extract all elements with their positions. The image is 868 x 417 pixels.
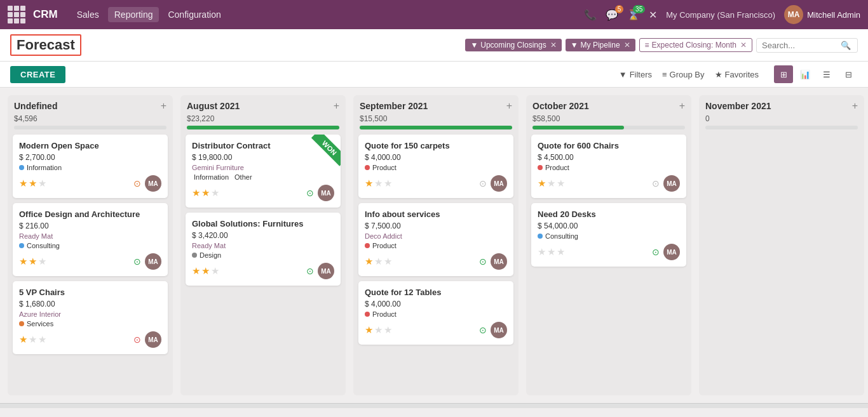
card-right: ⊙ MA: [306, 263, 334, 279]
clock-icon: ⊙: [479, 325, 487, 335]
col-amount: $58,500: [526, 114, 691, 126]
clock-icon: ⊙: [306, 188, 314, 198]
card-tag: Services: [19, 320, 161, 328]
tag-dot: [365, 312, 370, 317]
filter-chip-closing[interactable]: ≡ Expected Closing: Month ✕: [639, 38, 752, 52]
star-1: ★: [201, 265, 210, 277]
kanban-card[interactable]: Quote for 12 Tables $ 4,000.00 Product ★…: [358, 281, 513, 345]
kanban-area: Undefined + $4,596 Modern Open Space $ 2…: [0, 88, 868, 403]
kanban-col-4: November 2021 + 0: [699, 95, 864, 395]
search-box[interactable]: 🔍: [756, 38, 858, 53]
card-stars[interactable]: ★★★: [538, 246, 565, 258]
kanban-card[interactable]: Quote for 150 carpets $ 4,000.00 Product…: [358, 135, 513, 198]
card-stars[interactable]: ★★★: [365, 256, 392, 267]
star-2: ★: [384, 178, 392, 189]
filters-label: Filters: [630, 70, 652, 79]
kanban-card[interactable]: Distributor Contract $ 19,800.00 Gemini …: [186, 135, 341, 208]
col-amount: $23,220: [180, 114, 346, 126]
kanban-card[interactable]: Info about services $ 7,500.00 Deco Addi…: [358, 203, 513, 276]
kanban-card[interactable]: Need 20 Desks $ 54,000.00 Consulting ★★★…: [531, 203, 686, 267]
card-amount: $ 54,000.00: [538, 222, 680, 230]
star-2: ★: [557, 246, 565, 258]
col-add-button[interactable]: +: [852, 100, 858, 112]
star-1: ★: [374, 178, 383, 189]
filter-remove[interactable]: ✕: [740, 41, 747, 50]
kanban-card[interactable]: 5 VP Chairs $ 1,680.00 Azure Interior Se…: [13, 281, 168, 354]
groupby-button[interactable]: ≡ Group By: [662, 70, 705, 79]
menu-reporting[interactable]: Reporting: [108, 7, 159, 22]
apps-menu-icon[interactable]: [8, 6, 25, 23]
favorites-button[interactable]: ★ Favorites: [715, 70, 759, 79]
menu-sales[interactable]: Sales: [71, 7, 105, 22]
activity-icon[interactable]: ⌛35: [627, 9, 640, 21]
card-stars[interactable]: ★★★: [365, 178, 392, 189]
card-amount: $ 1,680.00: [19, 300, 161, 308]
card-stars[interactable]: ★★★: [192, 265, 219, 277]
filter-chip-upcoming[interactable]: ▼ Upcoming Closings ✕: [465, 39, 561, 51]
filter-label: Upcoming Closings: [480, 41, 546, 50]
card-footer: ★★★ ⊙ MA: [192, 263, 334, 279]
kanban-card[interactable]: Global Solutions: Furnitures $ 3,420.00 …: [186, 213, 341, 286]
kanban-card[interactable]: Modern Open Space $ 2,700.00 Information…: [13, 135, 168, 198]
filter-bar: ▼ Upcoming Closings ✕ ▼ My Pipeline ✕ ≡ …: [465, 38, 858, 53]
col-add-button[interactable]: +: [506, 100, 512, 112]
clock-icon: ⊙: [133, 334, 141, 345]
card-stars[interactable]: ★★★: [192, 187, 219, 199]
create-button[interactable]: CREATE: [10, 66, 65, 83]
user-menu[interactable]: MA Mitchell Admin: [784, 5, 860, 24]
card-stars[interactable]: ★★★: [19, 256, 46, 267]
card-tag: Information: [19, 164, 161, 171]
card-footer: ★★★ ⊙ MA: [538, 175, 680, 192]
filter-chip-pipeline[interactable]: ▼ My Pipeline ✕: [566, 39, 635, 51]
chat-icon[interactable]: 💬5: [606, 9, 618, 21]
menu-configuration[interactable]: Configuration: [161, 7, 227, 22]
funnel-icon: ▼: [571, 41, 578, 50]
col-title: September 2021: [360, 101, 503, 111]
kanban-card[interactable]: Quote for 600 Chairs $ 4,500.00 Product …: [531, 135, 686, 198]
card-title: Modern Open Space: [19, 141, 161, 150]
card-title: Quote for 150 carpets: [365, 141, 507, 150]
card-stars[interactable]: ★★★: [365, 324, 392, 336]
kanban-view-icon[interactable]: ⊞: [774, 65, 793, 83]
card-footer: ★★★ ⊙ MA: [192, 185, 334, 201]
filter-remove[interactable]: ✕: [624, 41, 630, 50]
kanban-card[interactable]: Office Design and Architecture $ 216.00 …: [13, 203, 168, 276]
card-stars[interactable]: ★★★: [19, 334, 46, 345]
search-icon[interactable]: 🔍: [841, 41, 851, 50]
tag-label: Product: [372, 242, 397, 249]
star-2: ★: [211, 265, 219, 277]
filters-button[interactable]: ▼ Filters: [619, 70, 652, 79]
card-stars[interactable]: ★★★: [538, 178, 565, 189]
list-view-icon[interactable]: ☰: [817, 65, 836, 83]
app-logo[interactable]: CRM: [33, 8, 58, 21]
star-0: ★: [19, 334, 27, 345]
bar-chart-view-icon[interactable]: 📊: [796, 65, 815, 83]
col-add-button[interactable]: +: [679, 100, 685, 112]
card-amount: $ 7,500.00: [365, 222, 507, 230]
col-add-button[interactable]: +: [334, 100, 339, 112]
card-stars[interactable]: ★★★: [19, 178, 46, 189]
col-add-button[interactable]: +: [161, 100, 166, 112]
table-view-icon[interactable]: ⊟: [839, 65, 858, 83]
card-user-avatar: MA: [318, 185, 334, 201]
search-input[interactable]: [762, 41, 838, 50]
filter-remove[interactable]: ✕: [550, 41, 557, 50]
card-tag: Product: [365, 242, 507, 249]
phone-icon[interactable]: 📞: [584, 9, 597, 21]
kanban-col-3: October 2021 + $58,500 Quote for 600 Cha…: [526, 95, 691, 395]
card-amount: $ 216.00: [19, 222, 161, 230]
tag-dot: [192, 253, 197, 258]
card-footer: ★★★ ⊙ MA: [365, 253, 507, 270]
horizontal-scrollbar[interactable]: [0, 403, 868, 408]
card-tag: Product: [365, 164, 507, 171]
tag-label: Product: [545, 164, 569, 171]
star-2: ★: [38, 334, 46, 345]
card-right: ⊙ MA: [133, 253, 161, 270]
funnel-icon: ▼: [470, 41, 478, 50]
card-user-avatar: MA: [663, 244, 680, 260]
card-title: Office Design and Architecture: [19, 209, 161, 219]
close-icon[interactable]: ✕: [649, 9, 657, 21]
card-amount: $ 4,000.00: [365, 300, 507, 308]
groupby-icon: ≡: [662, 70, 667, 79]
card-right: ⊙ MA: [133, 331, 161, 348]
